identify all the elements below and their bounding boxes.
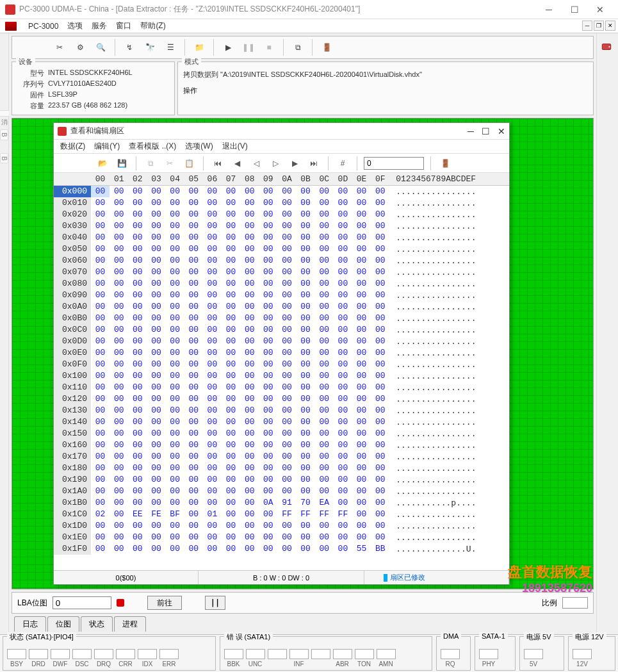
hex-editor-window: 查看和编辑扇区 ─ ☐ ✕ 数据(Z) 编辑(Y) 查看模版 ..(X) 选项(… bbox=[53, 122, 510, 585]
next-icon[interactable]: ▶ bbox=[287, 156, 302, 171]
hex-maximize-button[interactable]: ☐ bbox=[482, 126, 490, 136]
sector-map[interactable]: 查看和编辑扇区 ─ ☐ ✕ 数据(Z) 编辑(Y) 查看模版 ..(X) 选项(… bbox=[12, 118, 594, 589]
menubar: PC-3000 选项 服务 窗口 帮助(Z) ─ ❐ ✕ bbox=[0, 19, 618, 33]
binoculars-icon[interactable]: 🔭 bbox=[141, 38, 159, 56]
hex-menu-data[interactable]: 数据(Z) bbox=[60, 141, 85, 152]
tab-state[interactable]: 状态 bbox=[81, 616, 113, 632]
record-icon[interactable] bbox=[117, 599, 124, 607]
stop-icon[interactable]: ■ bbox=[260, 38, 278, 56]
status-sata1: SATA-1 PHY bbox=[475, 636, 516, 671]
bottom-tabs: 日志 位图 状态 进程 bbox=[12, 616, 594, 632]
hex-close-button[interactable]: ✕ bbox=[498, 126, 505, 136]
hex-menu-options[interactable]: 选项(W) bbox=[185, 141, 213, 152]
hex-row[interactable]: 0x1A000000000000000000000000000000000...… bbox=[54, 486, 509, 497]
hex-row[interactable]: 0x00000000000000000000000000000000000...… bbox=[54, 186, 509, 197]
zoom-icon[interactable]: 🔍 bbox=[92, 38, 110, 56]
hex-row[interactable]: 0x08000000000000000000000000000000000...… bbox=[54, 278, 509, 290]
route-icon[interactable]: ↯ bbox=[120, 38, 138, 56]
left-tab-2[interactable]: B bbox=[0, 129, 8, 140]
menu-options[interactable]: 选项 bbox=[67, 20, 83, 31]
hex-row[interactable]: 0x0A000000000000000000000000000000000...… bbox=[54, 301, 509, 313]
tab-process[interactable]: 进程 bbox=[114, 616, 146, 632]
hex-row[interactable]: 0x1F0000000000000000000000000000055BB...… bbox=[54, 543, 509, 555]
hex-row[interactable]: 0x03000000000000000000000000000000000...… bbox=[54, 220, 509, 232]
first-icon[interactable]: ⏮ bbox=[210, 156, 225, 171]
prev2-icon[interactable]: ◁ bbox=[248, 156, 264, 171]
hex-row[interactable]: 0x02000000000000000000000000000000000...… bbox=[54, 209, 509, 220]
left-tab-1[interactable]: 消 bbox=[0, 110, 10, 117]
status-cell: RQ bbox=[441, 649, 460, 668]
hex-status-bar: 0($00) B : 0 W : 0 DW : 0 扇区已修改 bbox=[54, 570, 509, 584]
hex-col-header: 01 bbox=[110, 173, 128, 186]
menu-services[interactable]: 服务 bbox=[92, 20, 107, 31]
hex-row[interactable]: 0x14000000000000000000000000000000000...… bbox=[54, 416, 509, 428]
hex-row[interactable]: 0x19000000000000000000000000000000000...… bbox=[54, 474, 509, 486]
hex-row[interactable]: 0x0C000000000000000000000000000000000...… bbox=[54, 324, 509, 336]
tab-bitmap[interactable]: 位图 bbox=[47, 616, 79, 632]
hex-table[interactable]: 000102030405060708090A0B0C0D0E0F01234567… bbox=[54, 173, 509, 555]
menu-help[interactable]: 帮助(Z) bbox=[140, 20, 165, 31]
pause-button[interactable]: || bbox=[205, 596, 225, 610]
hex-menu-exit[interactable]: 退出(V) bbox=[222, 141, 248, 152]
hex-row[interactable]: 0x07000000000000000000000000000000000...… bbox=[54, 266, 509, 278]
copy-icon[interactable]: ⧉ bbox=[143, 156, 158, 171]
settings-toolbar-icon[interactable]: ⚙ bbox=[71, 38, 89, 56]
menu-window[interactable]: 窗口 bbox=[116, 20, 131, 31]
hex-row[interactable]: 0x1E000000000000000000000000000000000...… bbox=[54, 532, 509, 543]
hex-row[interactable]: 0x18000000000000000000000000000000000...… bbox=[54, 463, 509, 474]
status-pwr5: 电源 5V 5V bbox=[519, 636, 564, 671]
hex-row[interactable]: 0x05000000000000000000000000000000000...… bbox=[54, 243, 509, 255]
tools-icon[interactable]: ✂ bbox=[51, 38, 69, 56]
hex-row[interactable]: 0x06000000000000000000000000000000000...… bbox=[54, 255, 509, 266]
hex-row[interactable]: 0x0B000000000000000000000000000000000...… bbox=[54, 313, 509, 324]
left-rail: 消 B B bbox=[0, 33, 9, 634]
hex-row[interactable]: 0x12000000000000000000000000000000000...… bbox=[54, 393, 509, 405]
hex-row[interactable]: 0x17000000000000000000000000000000000...… bbox=[54, 451, 509, 463]
paste-icon[interactable]: 📋 bbox=[181, 156, 197, 171]
drive-icon[interactable] bbox=[601, 41, 615, 55]
left-tab-3[interactable]: B bbox=[0, 153, 8, 164]
hex-exit-icon[interactable]: 🚪 bbox=[437, 156, 453, 171]
menu-app[interactable]: PC-3000 bbox=[28, 22, 58, 31]
hex-minimize-button[interactable]: ─ bbox=[468, 126, 474, 136]
folder-icon[interactable]: 📁 bbox=[190, 38, 208, 56]
exit-icon[interactable]: 🚪 bbox=[318, 38, 336, 56]
maximize-button[interactable]: ☐ bbox=[562, 1, 587, 19]
hex-row[interactable]: 0x10000000000000000000000000000000000...… bbox=[54, 370, 509, 382]
next2-icon[interactable]: ▷ bbox=[268, 156, 283, 171]
tab-log[interactable]: 日志 bbox=[14, 616, 46, 632]
hex-row[interactable]: 0x0E000000000000000000000000000000000...… bbox=[54, 347, 509, 359]
play-icon[interactable]: ▶ bbox=[219, 38, 237, 56]
hex-menu-edit[interactable]: 编辑(Y) bbox=[94, 141, 120, 152]
hex-row[interactable]: 0x0F000000000000000000000000000000000...… bbox=[54, 359, 509, 370]
open-icon[interactable]: 📂 bbox=[95, 156, 110, 171]
go-button[interactable]: 前往 bbox=[147, 596, 182, 610]
hex-row[interactable]: 0x13000000000000000000000000000000000...… bbox=[54, 405, 509, 416]
hex-row[interactable]: 0x04000000000000000000000000000000000...… bbox=[54, 232, 509, 243]
pause-icon[interactable]: ❚❚ bbox=[240, 38, 257, 56]
offset-input[interactable] bbox=[364, 157, 424, 170]
minimize-button[interactable]: ─ bbox=[536, 1, 562, 19]
mdi-close-button[interactable]: ✕ bbox=[605, 20, 615, 31]
prev-icon[interactable]: ◀ bbox=[229, 156, 245, 171]
hex-row[interactable]: 0x0D000000000000000000000000000000000...… bbox=[54, 336, 509, 347]
hex-row[interactable]: 0x1D000000000000000000000000000000000...… bbox=[54, 520, 509, 532]
lba-input[interactable] bbox=[53, 596, 111, 609]
list-icon[interactable]: ☰ bbox=[161, 38, 179, 56]
hex-row[interactable]: 0x11000000000000000000000000000000000...… bbox=[54, 382, 509, 393]
cut-icon[interactable]: ✂ bbox=[162, 156, 177, 171]
hex-row[interactable]: 0x15000000000000000000000000000000000...… bbox=[54, 428, 509, 439]
last-icon[interactable]: ⏭ bbox=[306, 156, 321, 171]
hex-row[interactable]: 0x1C00200EEFEBF0001000000FFFFFFFF0000...… bbox=[54, 509, 509, 520]
hex-row[interactable]: 0x01000000000000000000000000000000000...… bbox=[54, 197, 509, 209]
hex-row[interactable]: 0x09000000000000000000000000000000000...… bbox=[54, 290, 509, 301]
hex-row[interactable]: 0x1B00000000000000000000A9170EA000000...… bbox=[54, 497, 509, 509]
save-icon[interactable]: 💾 bbox=[114, 156, 129, 171]
hex-menu-template[interactable]: 查看模版 ..(X) bbox=[129, 141, 176, 152]
mdi-minimize-button[interactable]: ─ bbox=[582, 20, 592, 31]
hex-row[interactable]: 0x16000000000000000000000000000000000...… bbox=[54, 439, 509, 451]
close-button[interactable]: ✕ bbox=[587, 1, 613, 19]
grid-icon[interactable]: # bbox=[335, 156, 350, 171]
copy-toolbar-icon[interactable]: ⧉ bbox=[289, 38, 307, 56]
mdi-restore-button[interactable]: ❐ bbox=[594, 20, 604, 31]
